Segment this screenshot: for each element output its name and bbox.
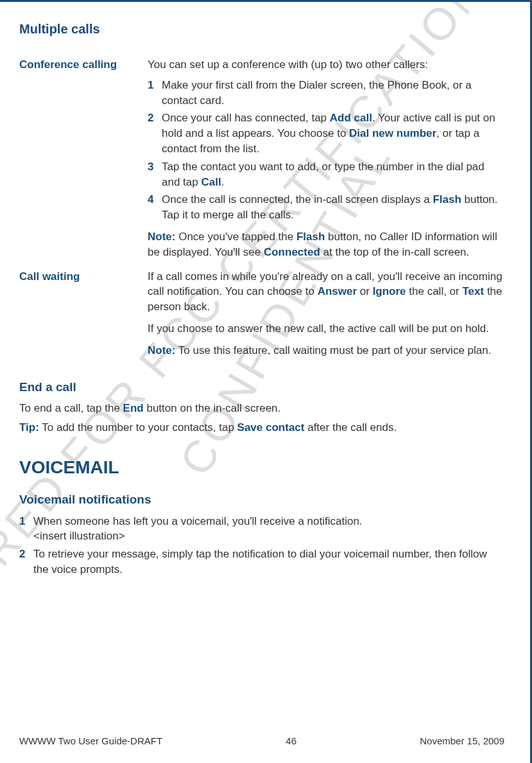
- text-fragment: or: [357, 285, 373, 297]
- conference-calling-block: Conference calling You can set up a conf…: [19, 57, 504, 264]
- end-call-tip: Tip: To add the number to your contacts,…: [19, 420, 504, 435]
- step-number: 4: [148, 192, 162, 223]
- call-waiting-p1: If a call comes in while you're already …: [148, 269, 504, 315]
- heading-multiple-calls: Multiple calls: [19, 20, 504, 38]
- text-fragment: Once your call has connected, tap: [162, 112, 330, 124]
- step-text: Once the call is connected, the in-call …: [162, 192, 504, 223]
- step-number: 3: [148, 159, 162, 190]
- ui-term-call: Call: [201, 176, 221, 188]
- step-number: 1: [148, 78, 162, 109]
- text-fragment: .: [221, 176, 225, 188]
- ui-term-add-call: Add call: [330, 112, 372, 124]
- text-fragment: To use this feature, call waiting must b…: [175, 344, 491, 356]
- text-fragment: Once you've tapped the: [175, 231, 296, 243]
- footer-doc-title: WWWW Two User Guide-DRAFT: [19, 734, 162, 748]
- ui-term-flash: Flash: [296, 231, 325, 243]
- call-waiting-block: Call waiting If a call comes in while yo…: [19, 269, 504, 362]
- text-fragment: the call, or: [406, 285, 463, 297]
- conference-content: You can set up a conference with (up to)…: [148, 57, 504, 264]
- conference-intro: You can set up a conference with (up to)…: [148, 57, 504, 73]
- conference-step-3: 3 Tap the contact you want to add, or ty…: [148, 159, 504, 190]
- step-number: 2: [19, 547, 33, 577]
- step-number: 1: [19, 514, 33, 545]
- note-label: Note:: [148, 231, 175, 243]
- heading-voicemail: VOICEMAIL: [19, 455, 504, 480]
- text-fragment: at the top of the in-call screen.: [320, 246, 469, 258]
- call-waiting-content: If a call comes in while you're already …: [148, 269, 504, 362]
- insert-illustration-placeholder: <insert illustration>: [33, 530, 125, 542]
- conference-step-1: 1 Make your first call from the Dialer s…: [148, 78, 504, 109]
- note-label: Note:: [148, 344, 175, 356]
- heading-voicemail-notifications: Voicemail notifications: [19, 491, 504, 509]
- text-fragment: To end a call, tap the: [19, 402, 123, 414]
- text-fragment: after the call ends.: [304, 421, 397, 434]
- text-fragment: When someone has left you a voicemail, y…: [33, 515, 363, 527]
- voicemail-step-1: 1 When someone has left you a voicemail,…: [19, 514, 504, 545]
- ui-term-connected: Connected: [264, 246, 320, 258]
- conference-note: Note: Once you've tapped the Flash butto…: [148, 229, 504, 260]
- ui-term-text: Text: [462, 285, 484, 297]
- step-text: Make your first call from the Dialer scr…: [162, 78, 504, 109]
- ui-term-flash: Flash: [433, 193, 461, 206]
- ui-term-ignore: Ignore: [373, 285, 406, 297]
- conference-step-2: 2 Once your call has connected, tap Add …: [148, 110, 504, 156]
- tip-label: Tip:: [19, 421, 39, 434]
- page-footer: WWWW Two User Guide-DRAFT 46 November 15…: [19, 721, 504, 750]
- text-fragment: To add the number to your contacts, tap: [39, 421, 237, 434]
- step-text: When someone has left you a voicemail, y…: [33, 514, 504, 545]
- conference-label: Conference calling: [19, 57, 148, 264]
- call-waiting-label: Call waiting: [19, 269, 148, 362]
- ui-term-end: End: [123, 402, 144, 414]
- conference-step-4: 4 Once the call is connected, the in-cal…: [148, 192, 504, 223]
- step-number: 2: [148, 110, 162, 156]
- voicemail-step-2: 2 To retrieve your message, simply tap t…: [19, 547, 504, 577]
- content-area: Multiple calls Conference calling You ca…: [19, 20, 504, 721]
- ui-term-dial-new-number: Dial new number: [349, 127, 436, 139]
- step-text: Once your call has connected, tap Add ca…: [162, 110, 504, 156]
- call-waiting-note: Note: To use this feature, call waiting …: [148, 343, 504, 358]
- ui-term-save-contact: Save contact: [237, 421, 305, 434]
- step-text: To retrieve your message, simply tap the…: [33, 547, 504, 577]
- call-waiting-p2: If you choose to answer the new call, th…: [148, 321, 504, 337]
- footer-page-number: 46: [286, 734, 296, 748]
- heading-end-a-call: End a call: [19, 379, 504, 396]
- text-fragment: Once the call is connected, the in-call …: [162, 193, 433, 206]
- conference-steps: 1 Make your first call from the Dialer s…: [148, 78, 504, 223]
- text-fragment: button on the in-call screen.: [144, 402, 281, 414]
- end-call-line: To end a call, tap the End button on the…: [19, 401, 504, 416]
- page-container: Multiple calls Conference calling You ca…: [0, 0, 532, 763]
- ui-term-answer: Answer: [318, 285, 357, 297]
- voicemail-steps: 1 When someone has left you a voicemail,…: [19, 514, 504, 577]
- footer-date: November 15, 2009: [420, 734, 504, 748]
- step-text: Tap the contact you want to add, or type…: [162, 159, 504, 190]
